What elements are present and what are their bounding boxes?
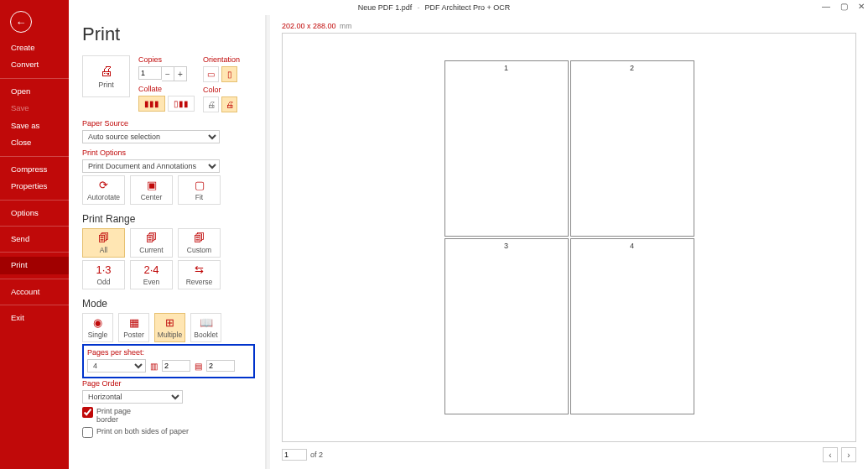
- print-page-border-checkbox[interactable]: [82, 407, 93, 418]
- previous-page-button[interactable]: ‹: [823, 447, 838, 462]
- range-reverse-button[interactable]: ⇆Reverse: [178, 260, 221, 289]
- sidebar-item-send[interactable]: Send: [0, 231, 69, 248]
- file-menu-sidebar: ← CreateConvertOpenSaveSave asCloseCompr…: [0, 0, 69, 469]
- preview-canvas: 1234: [282, 33, 856, 442]
- sidebar-item-account[interactable]: Account: [0, 284, 69, 300]
- preview-cell-number: 4: [571, 242, 694, 250]
- range-custom-label: Custom: [187, 246, 211, 254]
- cols-icon: ▥: [150, 362, 158, 371]
- range-even-label: Even: [143, 278, 159, 286]
- preview-cell: 1: [444, 60, 569, 237]
- range-odd-icon: 1·3: [96, 263, 111, 276]
- color-color-button[interactable]: 🖨: [221, 96, 237, 112]
- sidebar-item-open[interactable]: Open: [0, 83, 69, 100]
- print-button[interactable]: 🖨 Print: [82, 55, 130, 97]
- center-label: Center: [141, 193, 163, 201]
- sidebar-item-compress[interactable]: Compress: [0, 161, 69, 178]
- page-order-label: Page Order: [82, 379, 255, 388]
- color-bw-button[interactable]: 🖨: [203, 96, 219, 112]
- fit-button[interactable]: ▢Fit: [178, 175, 221, 205]
- title-separator: -: [417, 3, 419, 12]
- minimize-button[interactable]: —: [822, 2, 830, 11]
- page-of-label: of 2: [310, 451, 323, 459]
- color-label: Color: [203, 86, 240, 94]
- print-options-label: Print Options: [82, 149, 255, 157]
- sidebar-item-convert[interactable]: Convert: [0, 56, 69, 73]
- orientation-landscape-button[interactable]: ▭: [203, 66, 219, 82]
- preview-cell-number: 2: [571, 64, 694, 72]
- page-dimensions-value: 202.00 x 288.00: [282, 22, 336, 30]
- mode-poster-button[interactable]: ▦Poster: [118, 313, 149, 342]
- range-all-button[interactable]: 🗐All: [82, 228, 125, 258]
- mode-booklet-button[interactable]: 📖Booklet: [190, 313, 221, 342]
- print-both-sides-label: Print on both sides of paper: [96, 427, 189, 435]
- pages-per-sheet-select[interactable]: 4: [87, 359, 146, 373]
- autorotate-button[interactable]: ⟳Autorotate: [82, 175, 125, 205]
- pages-per-sheet-rows[interactable]: [206, 360, 235, 372]
- mode-poster-icon: ▦: [129, 316, 139, 329]
- mode-single-icon: ◉: [93, 316, 102, 329]
- collate-on-button[interactable]: ▮▮▮: [138, 96, 165, 112]
- range-odd-button[interactable]: 1·3Odd: [82, 260, 125, 289]
- sidebar-item-save: Save: [0, 100, 69, 117]
- preview-cell: 2: [570, 60, 694, 237]
- sidebar-item-save-as[interactable]: Save as: [0, 117, 69, 134]
- bw-icon: 🖨: [207, 100, 216, 109]
- mode-single-button[interactable]: ◉Single: [82, 313, 113, 342]
- copies-decrement[interactable]: −: [162, 66, 174, 81]
- close-button[interactable]: ✕: [858, 2, 865, 11]
- range-even-button[interactable]: 2·4Even: [130, 260, 173, 289]
- mode-multiple-label: Multiple: [158, 331, 182, 339]
- range-even-icon: 2·4: [143, 263, 159, 276]
- sidebar-item-properties[interactable]: Properties: [0, 178, 69, 195]
- range-current-icon: 🗐: [146, 232, 157, 244]
- center-button[interactable]: ▣Center: [130, 175, 173, 205]
- next-page-button[interactable]: ›: [841, 447, 856, 462]
- sidebar-item-options[interactable]: Options: [0, 205, 69, 221]
- sidebar-item-close[interactable]: Close: [0, 134, 69, 151]
- print-range-heading: Print Range: [82, 213, 255, 225]
- orientation-portrait-button[interactable]: ▯: [221, 66, 237, 82]
- collate-label: Collate: [138, 85, 195, 93]
- range-current-button[interactable]: 🗐Current: [130, 228, 173, 258]
- sidebar-divider: [0, 200, 69, 201]
- chevron-left-icon: ‹: [829, 451, 831, 460]
- sidebar-item-exit[interactable]: Exit: [0, 310, 69, 326]
- pages-per-sheet-cols[interactable]: [162, 360, 190, 372]
- portrait-icon: ▯: [227, 70, 232, 79]
- pages-per-sheet-section: Pages per sheet: 4 ▥ ▤: [82, 344, 255, 378]
- collate-off-button[interactable]: ▯▮▮: [168, 96, 195, 112]
- mode-multiple-button[interactable]: ⊞Multiple: [154, 313, 185, 342]
- print-options-select[interactable]: Print Document and Annotations: [82, 159, 220, 173]
- print-both-sides-checkbox[interactable]: [82, 427, 93, 438]
- range-all-label: All: [100, 246, 107, 254]
- page-order-select[interactable]: Horizontal: [82, 390, 183, 404]
- title-bar: Neue PDF 1.pdf - PDF Architect Pro + OCR…: [0, 0, 868, 15]
- sidebar-item-create[interactable]: Create: [0, 39, 69, 56]
- paper-source-label: Paper Source: [82, 119, 255, 128]
- sidebar-divider: [0, 226, 69, 227]
- window-controls: — ▢ ✕: [822, 2, 865, 11]
- autorotate-label: Autorotate: [87, 193, 120, 201]
- copies-input[interactable]: [138, 66, 162, 80]
- range-custom-button[interactable]: 🗐Custom: [178, 228, 221, 258]
- scrollbar-thumb[interactable]: [266, 128, 267, 145]
- sidebar-item-print[interactable]: Print: [0, 257, 69, 274]
- range-odd-label: Odd: [96, 278, 110, 286]
- print-preview-panel: 202.00 x 288.00 mm 1234 of 2 ‹ ›: [270, 15, 868, 469]
- page-number-input[interactable]: [282, 449, 307, 461]
- range-all-icon: 🗐: [98, 232, 109, 244]
- paper-source-select[interactable]: Auto source selection: [82, 130, 220, 143]
- color-icon: 🖨: [226, 100, 234, 109]
- app-name: PDF Architect Pro + OCR: [424, 3, 510, 12]
- document-name: Neue PDF 1.pdf: [358, 3, 413, 12]
- mode-heading: Mode: [82, 298, 255, 310]
- copies-increment[interactable]: +: [174, 66, 187, 81]
- sidebar-divider: [0, 279, 69, 279]
- preview-cell-number: 1: [445, 64, 568, 72]
- range-reverse-icon: ⇆: [195, 263, 204, 276]
- maximize-button[interactable]: ▢: [840, 2, 848, 11]
- back-button[interactable]: ←: [10, 11, 32, 33]
- printer-icon: 🖨: [100, 64, 113, 79]
- sidebar-divider: [0, 252, 69, 253]
